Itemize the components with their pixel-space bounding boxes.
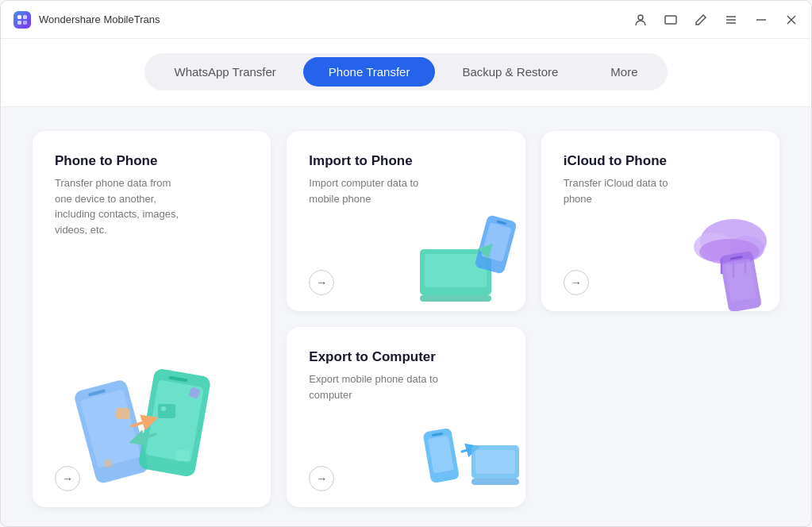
export-illustration xyxy=(416,414,519,501)
app-icon xyxy=(13,11,31,29)
card-icloud-desc: Transfer iCloud data to phone xyxy=(564,175,698,206)
svg-rect-18 xyxy=(116,408,130,419)
titlebar: Wondershare MobileTrans xyxy=(1,1,811,39)
svg-rect-3 xyxy=(23,21,27,25)
svg-rect-13 xyxy=(80,389,141,467)
icloud-illustration xyxy=(670,210,773,305)
svg-rect-22 xyxy=(158,404,175,418)
card-phone-to-phone-title: Phone to Phone xyxy=(55,153,248,169)
main-content: Phone to Phone Transfer phone data from … xyxy=(1,107,811,527)
titlebar-icons xyxy=(633,13,799,27)
card-export-title: Export to Computer xyxy=(309,349,502,365)
card-import-to-phone[interactable]: Import to Phone Import computer data to … xyxy=(287,131,525,311)
tab-backup-restore[interactable]: Backup & Restore xyxy=(437,57,583,87)
card-export-to-computer[interactable]: Export to Computer Export mobile phone d… xyxy=(287,327,525,507)
edit-icon[interactable] xyxy=(694,13,708,27)
app-title: Wondershare MobileTrans xyxy=(39,13,160,25)
card-icloud-to-phone[interactable]: iCloud to Phone Transfer iCloud data to … xyxy=(541,131,779,311)
card-import-desc: Import computer data to mobile phone xyxy=(309,175,444,206)
card-import-arrow[interactable]: → xyxy=(309,270,334,295)
svg-point-23 xyxy=(161,406,166,411)
card-import-title: Import to Phone xyxy=(309,153,502,169)
svg-rect-45 xyxy=(471,479,519,485)
titlebar-left: Wondershare MobileTrans xyxy=(13,11,160,29)
close-icon[interactable] xyxy=(784,13,799,27)
phone-to-phone-illustration xyxy=(72,333,231,491)
menu-icon[interactable] xyxy=(724,13,738,27)
tab-phone-transfer[interactable]: Phone Transfer xyxy=(303,57,436,87)
svg-rect-1 xyxy=(23,15,27,19)
nav-area: WhatsApp Transfer Phone Transfer Backup … xyxy=(1,39,811,107)
svg-point-4 xyxy=(638,15,643,20)
card-phone-to-phone-arrow[interactable]: → xyxy=(55,466,80,491)
svg-rect-26 xyxy=(420,295,491,302)
card-phone-to-phone[interactable]: Phone to Phone Transfer phone data from … xyxy=(33,131,271,507)
window-icon[interactable] xyxy=(664,13,678,27)
tab-more[interactable]: More xyxy=(585,57,663,87)
card-export-arrow[interactable]: → xyxy=(309,466,334,491)
svg-rect-44 xyxy=(475,450,515,474)
card-phone-to-phone-desc: Transfer phone data from one device to a… xyxy=(55,175,190,237)
profile-icon[interactable] xyxy=(633,13,648,27)
card-export-desc: Export mobile phone data to computer xyxy=(309,371,444,402)
svg-rect-19 xyxy=(175,450,190,461)
tab-whatsapp-transfer[interactable]: WhatsApp Transfer xyxy=(148,57,301,87)
nav-tabs: WhatsApp Transfer Phone Transfer Backup … xyxy=(144,53,667,90)
minimize-icon[interactable] xyxy=(754,13,768,27)
card-icloud-arrow[interactable]: → xyxy=(564,270,589,295)
card-icloud-title: iCloud to Phone xyxy=(564,153,757,169)
import-illustration xyxy=(416,210,519,305)
svg-rect-0 xyxy=(17,15,21,19)
svg-rect-5 xyxy=(665,16,676,24)
svg-rect-2 xyxy=(17,21,21,25)
